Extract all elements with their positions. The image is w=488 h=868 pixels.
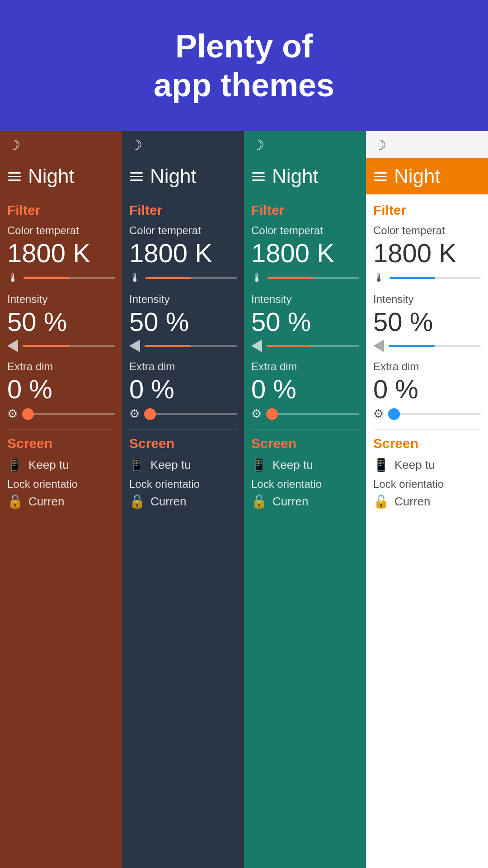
header-title-line2: app themes — [154, 67, 334, 103]
phone-icon-light: 📱 — [373, 458, 389, 472]
lock-label-teal: Lock orientatio — [251, 478, 359, 491]
orient-icon-light: 🔓 — [373, 494, 389, 509]
intensity-label-light: Intensity — [373, 293, 481, 306]
orient-row-light: 🔓 Curren — [373, 494, 481, 509]
moon-icon-light: ☽ — [374, 137, 386, 153]
hamburger-icon-light — [374, 172, 387, 181]
extra-dim-value-brown: 0 % — [7, 374, 115, 404]
temp-fill-light — [389, 277, 435, 279]
title-text-light: Night — [394, 165, 441, 188]
intensity-track-teal — [267, 345, 359, 347]
moon-icon-teal: ☽ — [252, 137, 264, 153]
keep-text-teal: Keep tu — [272, 458, 313, 472]
title-bar-dark: Night — [122, 158, 244, 194]
current-text-brown: Curren — [28, 495, 64, 509]
keep-row-brown: 📱 Keep tu — [7, 458, 115, 472]
intensity-icon-teal — [251, 340, 262, 352]
temp-fill-teal — [267, 277, 313, 279]
temp-slider-icon-light: 🌡 — [373, 271, 385, 285]
color-temp-label-brown: Color temperat — [7, 224, 115, 237]
lock-label-light: Lock orientatio — [373, 478, 481, 491]
temp-fill-dark — [145, 277, 191, 279]
extra-dim-value-teal: 0 % — [251, 374, 359, 404]
color-temp-label-light: Color temperat — [373, 224, 481, 237]
intensity-value-teal: 50 % — [251, 307, 359, 337]
filter-label-brown: Filter — [7, 203, 115, 218]
temp-slider-icon-brown: 🌡 — [7, 271, 19, 285]
dim-track-teal — [266, 413, 359, 415]
color-temp-value-light: 1800 K — [373, 238, 481, 268]
title-bar-teal: Night — [244, 158, 366, 194]
moon-bar-dark: ☽ — [122, 131, 244, 158]
theme-col-dark: ☽ Night Filter Color temperat 1800 K 🌡 — [122, 131, 244, 868]
color-temp-value-teal: 1800 K — [251, 238, 359, 268]
intensity-label-dark: Intensity — [129, 293, 237, 306]
title-text-dark: Night — [150, 165, 197, 188]
phone-icon-brown: 📱 — [7, 458, 23, 472]
dim-slider-row-teal: ⚙ — [251, 407, 359, 421]
temp-track-teal — [267, 277, 359, 279]
intensity-track-dark — [145, 345, 237, 347]
filter-label-teal: Filter — [251, 203, 359, 218]
orient-row-dark: 🔓 Curren — [129, 494, 237, 509]
dim-dot-light — [388, 408, 400, 420]
extra-dim-label-light: Extra dim — [373, 360, 481, 373]
keep-row-dark: 📱 Keep tu — [129, 458, 237, 472]
intensity-slider-row-brown — [7, 340, 115, 352]
header-title-line1: Plenty of — [175, 28, 313, 64]
intensity-icon-light — [373, 340, 384, 352]
temp-track-brown — [23, 277, 115, 279]
screen-label-light: Screen — [373, 436, 481, 451]
moon-icon-brown: ☽ — [8, 137, 20, 153]
intensity-value-dark: 50 % — [129, 307, 237, 337]
hamburger-icon-teal — [252, 172, 265, 181]
intensity-fill-brown — [23, 345, 69, 347]
temp-slider-row-teal: 🌡 — [251, 271, 359, 285]
content-teal: Filter Color temperat 1800 K 🌡 Intensity… — [244, 194, 366, 868]
temp-slider-row-dark: 🌡 — [129, 271, 237, 285]
intensity-fill-dark — [145, 345, 191, 347]
dim-slider-row-brown: ⚙ — [7, 407, 115, 421]
moon-bar-brown: ☽ — [0, 131, 122, 158]
orient-icon-teal: 🔓 — [251, 494, 267, 509]
extra-dim-label-teal: Extra dim — [251, 360, 359, 373]
intensity-icon-brown — [7, 340, 18, 352]
intensity-slider-row-dark — [129, 340, 237, 352]
hamburger-icon-dark — [130, 172, 143, 181]
temp-slider-row-brown: 🌡 — [7, 271, 115, 285]
moon-bar-teal: ☽ — [244, 131, 366, 158]
dim-track-light — [388, 413, 481, 415]
temp-track-light — [389, 277, 481, 279]
color-temp-label-teal: Color temperat — [251, 224, 359, 237]
intensity-track-light — [389, 345, 481, 347]
theme-col-brown: ☽ Night Filter Color temperat 1800 K 🌡 — [0, 131, 122, 868]
extra-dim-value-dark: 0 % — [129, 374, 237, 404]
phone-icon-teal: 📱 — [251, 458, 267, 472]
intensity-label-brown: Intensity — [7, 293, 115, 306]
lock-label-dark: Lock orientatio — [129, 478, 237, 491]
orient-icon-brown: 🔓 — [7, 494, 23, 509]
theme-col-teal: ☽ Night Filter Color temperat 1800 K 🌡 — [244, 131, 366, 868]
title-text-brown: Night — [28, 165, 75, 188]
extra-dim-value-light: 0 % — [373, 374, 481, 404]
moon-bar-light: ☽ — [366, 131, 488, 158]
keep-text-brown: Keep tu — [28, 458, 69, 472]
dim-track-brown — [22, 413, 115, 415]
header-title: Plenty of app themes — [154, 27, 334, 105]
intensity-label-teal: Intensity — [251, 293, 359, 306]
sun-icon-light: ⚙ — [373, 407, 384, 421]
dim-track-dark — [144, 413, 237, 415]
screen-label-teal: Screen — [251, 436, 359, 451]
extra-dim-label-dark: Extra dim — [129, 360, 237, 373]
title-text-teal: Night — [272, 165, 319, 188]
screen-label-dark: Screen — [129, 436, 237, 451]
keep-text-light: Keep tu — [394, 458, 435, 472]
intensity-track-brown — [23, 345, 115, 347]
keep-row-light: 📱 Keep tu — [373, 458, 481, 472]
color-temp-value-brown: 1800 K — [7, 238, 115, 268]
keep-row-teal: 📱 Keep tu — [251, 458, 359, 472]
header: Plenty of app themes — [0, 0, 488, 131]
lock-label-brown: Lock orientatio — [7, 478, 115, 491]
temp-slider-icon-teal: 🌡 — [251, 271, 263, 285]
themes-container: ☽ Night Filter Color temperat 1800 K 🌡 — [0, 131, 488, 868]
